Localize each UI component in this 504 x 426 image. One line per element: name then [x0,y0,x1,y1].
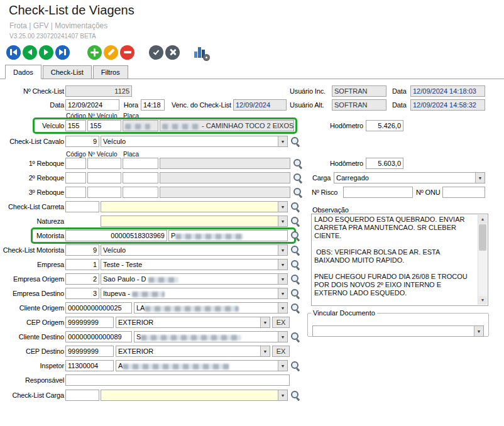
hora-field[interactable]: 14:18 [141,99,165,111]
chevron-down-icon[interactable]: ▼ [278,390,287,400]
search-icon[interactable] [290,136,301,147]
chevron-down-icon[interactable]: ▼ [278,303,287,313]
search-icon[interactable] [293,187,304,198]
checklist-cavalo-select[interactable]: Veículo▼ [101,136,288,147]
cliente-origem-codigo-field[interactable]: 00000000000025 [65,302,132,314]
scrollbar-thumb[interactable] [479,224,486,251]
delete-button[interactable] [120,45,134,60]
inspetor-select[interactable]: A▼ [116,360,288,371]
reboque1-codigo-field[interactable] [65,158,86,169]
chevron-down-icon[interactable]: ▼ [278,202,287,212]
chevron-down-icon[interactable]: ▼ [278,361,287,371]
search-icon[interactable] [290,245,301,256]
reboque2-placa-field[interactable] [123,172,158,183]
search-icon[interactable] [290,288,301,299]
search-icon[interactable] [293,173,304,183]
reboque1-numero-field[interactable] [87,158,121,169]
responsavel-field[interactable] [65,374,290,386]
chevron-down-icon[interactable]: ▼ [278,332,287,342]
previous-record-button[interactable] [23,45,37,60]
veiculo-numero-field[interactable]: 155 [87,120,121,131]
hodometro-veiculo-field[interactable]: 5.426,0 [366,120,403,131]
redacted-text [162,124,200,129]
search-icon[interactable] [290,259,301,270]
cep-origem-select[interactable]: EXTERIOR▼ [116,317,270,328]
first-record-button[interactable] [6,45,21,60]
reboque1-placa-field[interactable] [123,158,158,169]
checklist-carga-codigo-field[interactable] [65,390,99,401]
scroll-down-icon[interactable]: ▼ [478,296,487,305]
search-icon[interactable] [293,158,304,169]
reboque3-numero-field[interactable] [87,187,121,198]
chevron-down-icon[interactable]: ▼ [278,245,287,255]
cliente-destino-select[interactable]: S▼ [134,331,288,342]
next-record-button[interactable] [39,45,53,60]
chevron-down-icon[interactable]: ▼ [278,274,287,284]
empresa-origem-codigo-field[interactable]: 2 [65,273,99,285]
motorista-nome-field[interactable]: P [168,230,288,241]
chevron-down-icon[interactable]: ▼ [260,317,270,327]
empresa-codigo-field[interactable]: 1 [65,259,99,270]
reboque3-placa-field[interactable] [123,187,158,198]
checklist-carreta-codigo-field[interactable] [65,201,99,212]
cep-destino-codigo-field[interactable]: 99999999 [65,346,114,357]
confirm-button[interactable] [149,45,163,60]
chevron-down-icon[interactable]: ▼ [260,346,270,356]
checklist-carga-select[interactable]: ▼ [101,390,288,401]
report-chart-button[interactable] [193,45,209,60]
reboque2-label: 2º Reboque [0,172,64,183]
observacao-scrollbar[interactable]: ▲ ▼ [478,215,487,305]
n-risco-field[interactable] [343,187,413,198]
search-icon[interactable] [290,332,301,342]
search-icon[interactable] [290,216,301,227]
empresa-destino-codigo-field[interactable]: 3 [65,288,99,299]
chevron-down-icon[interactable]: ▼ [278,259,287,270]
add-button[interactable] [87,45,102,60]
tab-checklist[interactable]: Check-List [43,65,92,79]
search-icon[interactable] [290,202,301,212]
cliente-destino-codigo-field[interactable]: 00000000000089 [65,331,132,342]
last-record-button[interactable] [55,45,70,60]
n-onu-field[interactable] [442,187,485,198]
motorista-codigo-field[interactable]: 00000518303969 [65,230,167,241]
search-icon[interactable] [290,361,301,371]
hodometro-reboque-field[interactable]: 5.603,0 [366,158,403,169]
reboque2-numero-field[interactable] [87,172,121,183]
edit-button[interactable] [104,45,118,60]
checklist-carreta-select[interactable]: ▼ [101,201,288,212]
carga-select[interactable]: Carregado▼ [334,172,485,183]
search-icon[interactable] [290,274,301,285]
vincular-documento-select[interactable]: ▼ [312,325,484,337]
observacao-textarea[interactable]: LADO ESQUERDO ESTA QUEBRADO. ENVIAR CARR… [311,214,488,306]
cliente-origem-select[interactable]: LA▼ [134,302,288,314]
col-header-n-veiculo: Nº Veículo [88,151,117,158]
chevron-down-icon[interactable]: ▼ [278,136,287,146]
chevron-down-icon[interactable]: ▼ [278,216,287,226]
search-icon[interactable] [290,303,301,314]
empresa-origem-select[interactable]: Sao Paulo - D ▼ [101,273,288,285]
chevron-down-icon[interactable]: ▼ [278,288,287,298]
cep-origem-codigo-field[interactable]: 99999999 [65,317,114,328]
checklist-motorista-select[interactable]: Veículo▼ [101,244,288,256]
checklist-cavalo-codigo-field[interactable]: 9 [65,136,99,147]
veiculo-codigo-field[interactable]: 155 [65,120,86,131]
tab-dados[interactable]: Dados [5,65,41,79]
reboque3-codigo-field[interactable] [65,187,86,198]
search-icon[interactable] [290,231,301,241]
chevron-down-icon[interactable]: ▼ [475,173,485,183]
reboque1-descricao-field [160,158,290,169]
chevron-down-icon[interactable]: ▼ [474,326,483,336]
reboque2-codigo-field[interactable] [65,172,86,183]
empresa-select[interactable]: Teste - Teste▼ [101,259,288,270]
empresa-destino-select[interactable]: Itupeva - ▼ [101,288,288,299]
inspetor-codigo-field[interactable]: 11300004 [65,360,114,371]
cep-destino-select[interactable]: EXTERIOR▼ [116,346,270,357]
natureza-select[interactable]: ▼ [101,216,288,227]
tab-filtros[interactable]: Filtros [93,65,128,79]
data-field[interactable]: 12/09/2024 [65,99,119,111]
cancel-button[interactable] [165,45,180,60]
checklist-cavalo-label: Check-List Cavalo [0,136,64,147]
scroll-up-icon[interactable]: ▲ [478,215,487,224]
checklist-motorista-codigo-field[interactable]: 9 [65,244,99,256]
search-icon[interactable] [290,390,301,401]
